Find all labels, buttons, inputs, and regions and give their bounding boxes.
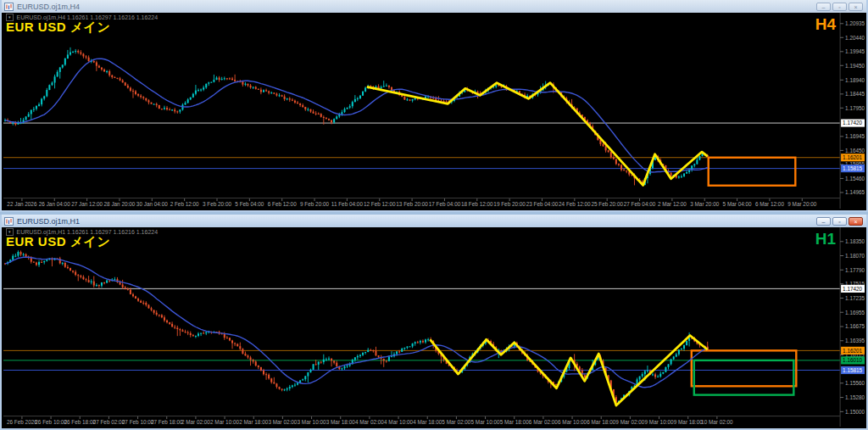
hline-layer bbox=[3, 123, 840, 169]
window-titlebar[interactable]: EURUSD.oj1m,H4 – ▫ × bbox=[2, 0, 866, 13]
chart-window-h4: EURUSD.oj1m,H4 – ▫ × 1.209351.204401.199… bbox=[0, 0, 868, 212]
rectangle-layer[interactable] bbox=[709, 158, 796, 186]
symbol-overlay-label: EUR USD メイン bbox=[6, 20, 110, 36]
candles-layer bbox=[4, 47, 709, 186]
chart-canvas-h1[interactable]: 1.183501.180701.177901.175151.172351.169… bbox=[3, 227, 865, 427]
price-chart-svg-h1: 1.183501.180701.177901.175151.172351.169… bbox=[3, 227, 865, 427]
candles-layer bbox=[4, 250, 709, 405]
chart-window-h1: EURUSD.oj1m,H1 – ▫ × 1.183501.180701.177… bbox=[0, 215, 868, 430]
zigzag-line bbox=[367, 83, 708, 186]
minimize-button[interactable]: – bbox=[816, 3, 831, 11]
minimize-button[interactable]: – bbox=[816, 217, 831, 226]
price-axis[interactable] bbox=[839, 13, 865, 198]
time-axis[interactable] bbox=[3, 198, 839, 209]
timeframe-badge: H4 bbox=[815, 15, 836, 34]
close-button[interactable]: × bbox=[849, 217, 863, 226]
chart-canvas-h4[interactable]: 1.209351.204401.199451.194501.189401.184… bbox=[3, 13, 865, 209]
symbol-overlay-label: EUR USD メイン bbox=[6, 234, 110, 250]
chart-window-icon bbox=[4, 3, 14, 11]
timeframe-badge: H1 bbox=[815, 230, 836, 249]
moving-average-line bbox=[5, 257, 708, 387]
close-button[interactable]: × bbox=[849, 3, 863, 11]
restore-button[interactable]: ▫ bbox=[832, 217, 847, 226]
window-titlebar[interactable]: EURUSD.oj1m,H1 – ▫ × bbox=[2, 215, 866, 227]
rectangle-layer[interactable] bbox=[692, 350, 797, 394]
moving-average-line bbox=[5, 59, 708, 172]
window-title: EURUSD.oj1m,H4 bbox=[17, 3, 813, 11]
window-title: EURUSD.oj1m,H1 bbox=[17, 217, 813, 226]
restore-button[interactable]: ▫ bbox=[832, 3, 847, 11]
price-axis[interactable] bbox=[839, 227, 865, 416]
time-axis[interactable] bbox=[3, 416, 839, 427]
mdi-workspace: { "mdi_background": "#A3C0DE", "window_b… bbox=[0, 0, 868, 430]
price-chart-svg-h4: 1.209351.204401.199451.194501.189401.184… bbox=[3, 13, 865, 209]
chart-window-icon bbox=[4, 217, 14, 226]
hline-layer bbox=[3, 288, 840, 370]
